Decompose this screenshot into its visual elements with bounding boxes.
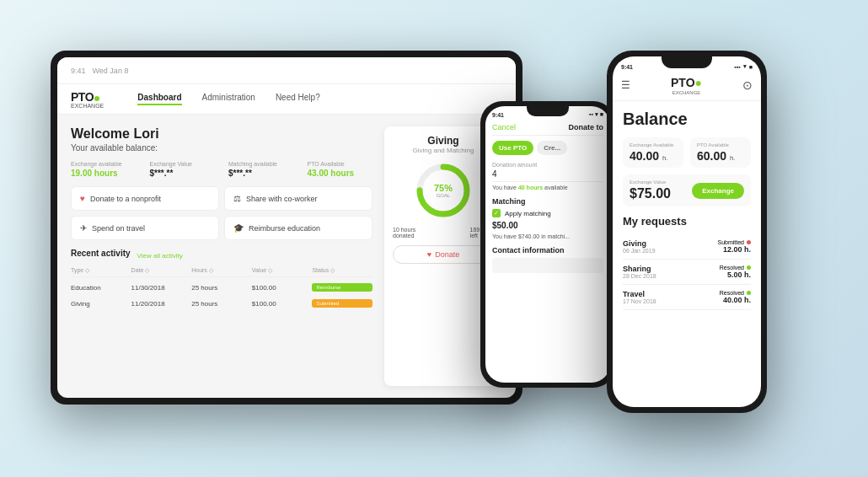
phone-right-nav: ☰ PTO● EXCHANGE ⊙ <box>613 72 761 101</box>
pto-available-card-label: PTO Available <box>697 142 744 147</box>
right-logo-dot: ● <box>695 76 702 89</box>
request-item-sharing: Sharing 28 Dec 2018 Resolved 5.00 h. <box>623 260 751 285</box>
exchange-button[interactable]: Exchange <box>692 183 744 199</box>
tab-create[interactable]: Cre... <box>537 141 567 155</box>
exchange-available-card-label: Exchange Available <box>630 142 677 147</box>
wifi-icon: ▾ <box>743 63 747 70</box>
request-item-giving: Giving 06 Jan 2019 Submitted 12.00 h. <box>623 234 751 260</box>
available-text: You have 40 hours available <box>492 185 603 190</box>
row1-hours: 25 hours <box>191 284 252 292</box>
request-left-sharing: Sharing 28 Dec 2018 <box>623 265 656 279</box>
action-education[interactable]: 🎓 Reimburse education <box>224 216 372 240</box>
balance-row: Exchange available 19.00 hours Exchange … <box>71 161 372 178</box>
travel-icon: ✈ <box>80 223 87 233</box>
donut-percentage: 75% <box>434 183 453 193</box>
pto-available-amount: 60.00 <box>697 149 726 163</box>
request-type-travel: Travel <box>623 290 656 298</box>
right-logo-pto: PTO <box>671 76 695 89</box>
donut-goal-label: GOAL <box>434 193 453 198</box>
apply-matching-checkbox[interactable]: ✓ <box>492 209 501 217</box>
nav-item-administration[interactable]: Administration <box>202 93 255 105</box>
request-status-travel: Resolved <box>720 290 751 296</box>
giving-title: Giving <box>393 135 494 147</box>
donate-heart-icon: ♥ <box>427 250 431 259</box>
view-all-activity-link[interactable]: View all activity <box>137 252 183 260</box>
action-travel-label: Spend on travel <box>92 224 145 233</box>
request-hours-sharing: 5.00 h. <box>720 271 751 279</box>
battery-icon: ■ <box>749 64 753 70</box>
status-dot-green-travel <box>747 291 751 295</box>
tab-row: Use PTO Cre... <box>492 141 603 155</box>
phone-middle-screen: 9:41 ▪▪ ▾ ■ Cancel Donate to Use PTO Cre… <box>485 106 610 383</box>
hours-donated: 10 hoursdonated <box>393 227 415 238</box>
donation-amount-label: Donation amount <box>492 162 603 168</box>
my-requests-title: My requests <box>623 215 751 228</box>
tab-use-pto[interactable]: Use PTO <box>492 141 533 155</box>
tablet-nav: PTO EXCHANGE Dashboard Administration Ne… <box>57 84 516 115</box>
request-hours-travel: 40.00 h. <box>720 296 751 304</box>
tablet-logo: PTO EXCHANGE <box>71 89 104 109</box>
tablet-screen: 9:41 Wed Jan 8 PTO EXCHANGE Dashboard Ad… <box>57 57 516 398</box>
tablet-left-panel: Welcome Lori Your available balance: Exc… <box>71 126 372 386</box>
action-education-label: Reimburse education <box>249 224 320 233</box>
request-type-sharing: Sharing <box>623 265 656 273</box>
phone-mid-time: 9:41 <box>492 112 504 118</box>
nav-item-help[interactable]: Need Help? <box>276 93 320 105</box>
balance-cards-row: Exchange Available 40.00 h. PTO Availabl… <box>623 137 751 168</box>
hamburger-menu-icon[interactable]: ☰ <box>621 79 630 91</box>
status-dot-red <box>747 240 751 244</box>
recent-activity-title: Recent activity <box>71 249 131 258</box>
phone-mid-notch <box>527 106 569 116</box>
tablet-content: Welcome Lori Your available balance: Exc… <box>57 115 516 398</box>
contact-field-1[interactable] <box>492 258 603 273</box>
request-right-sharing: Resolved 5.00 h. <box>720 265 751 279</box>
col-date: Date ◇ <box>131 267 192 274</box>
exchange-available-card-value: 40.00 h. <box>630 149 677 163</box>
user-profile-icon[interactable]: ⊙ <box>742 78 753 92</box>
balance-exchange-value-amount: $***.** <box>150 169 216 178</box>
exchange-available-amount: 40.00 <box>630 149 659 163</box>
table-header: Type ◇ Date ◇ Hours ◇ Value ◇ Status ◇ <box>71 267 372 277</box>
matching-amount: $50.00 <box>492 221 603 230</box>
balance-pto-label: PTO Available <box>308 161 373 167</box>
tablet-status-bar: 9:41 Wed Jan 8 <box>57 57 516 84</box>
balance-exchange-available-value: 19.00 hours <box>71 169 137 178</box>
exchange-value-amount: $75.00 <box>630 186 671 201</box>
request-status-sharing: Resolved <box>720 265 751 271</box>
exchange-value-card: Exchange Value $75.00 Exchange <box>623 174 751 206</box>
logo-exchange-text: EXCHANGE <box>71 103 104 109</box>
action-donate[interactable]: ♥ Donate to a nonprofit <box>71 186 219 211</box>
balance-matching: Matching available $***.** <box>228 161 294 178</box>
balance-matching-label: Matching available <box>228 161 294 167</box>
pto-available-card-value: 60.00 h. <box>697 149 744 163</box>
available-hours: 40 hours <box>518 185 543 190</box>
exchange-value-info: Exchange Value $75.00 <box>630 180 671 201</box>
row2-hours: 25 hours <box>191 300 252 308</box>
balance-pto: PTO Available 43.00 hours <box>308 161 373 178</box>
donation-amount-value[interactable]: 4 <box>492 169 603 182</box>
action-travel[interactable]: ✈ Spend on travel <box>71 216 219 240</box>
phone-right-time: 9:41 <box>621 64 633 70</box>
welcome-title: Welcome Lori <box>71 126 372 142</box>
signal-icon: ▪▪▪ <box>734 64 740 70</box>
balance-matching-value: $***.** <box>228 169 294 178</box>
action-donate-label: Donate to a nonprofit <box>90 195 161 203</box>
request-type-giving: Giving <box>623 239 656 248</box>
row1-date: 11/30/2018 <box>131 284 192 292</box>
donate-button[interactable]: ♥ Donate <box>393 245 494 264</box>
request-date-giving: 06 Jan 2019 <box>623 248 656 254</box>
pto-available-card: PTO Available 60.00 h. <box>690 137 751 168</box>
phone-right-icons: ▪▪▪ ▾ ■ <box>734 63 753 70</box>
col-type: Type ◇ <box>71 267 131 274</box>
nav-item-dashboard[interactable]: Dashboard <box>137 93 181 105</box>
action-share[interactable]: ⚖ Share with co-worker <box>224 186 372 211</box>
phone-right-device: 9:41 ▪▪▪ ▾ ■ ☰ PTO● EXCHANGE ⊙ Balance E… <box>607 51 767 413</box>
phone-mid-title: Donate to <box>569 123 604 131</box>
request-status-label-travel: Resolved <box>720 290 744 296</box>
row2-value: $100.00 <box>252 300 313 308</box>
row2-date: 11/20/2018 <box>131 300 192 308</box>
cancel-button[interactable]: Cancel <box>492 123 516 131</box>
checkmark-icon: ✓ <box>494 210 499 217</box>
balance-page-title: Balance <box>623 110 751 129</box>
col-hours: Hours ◇ <box>191 267 252 274</box>
